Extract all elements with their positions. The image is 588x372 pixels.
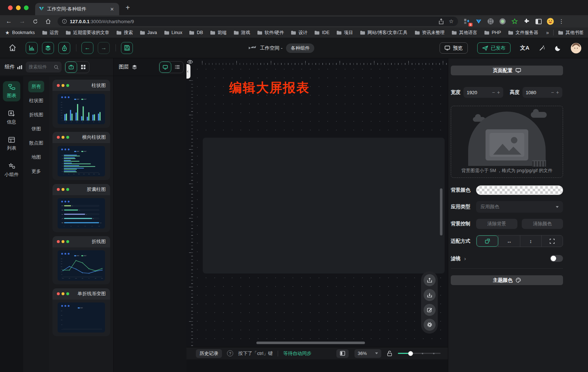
language-icon[interactable]: 文A xyxy=(520,45,529,51)
zoom-slider[interactable] xyxy=(398,353,441,354)
width-minus-button[interactable]: − xyxy=(492,89,495,95)
design-canvas[interactable]: 编辑大屏报表 xyxy=(193,65,448,347)
app-type-select[interactable]: 应用颜色 xyxy=(476,201,563,213)
bookmark-folder[interactable]: IDE xyxy=(314,30,329,35)
chevron-right-icon[interactable]: › xyxy=(464,255,466,262)
magic-wand-icon[interactable] xyxy=(539,45,545,51)
category-所有[interactable]: 所有 xyxy=(28,81,44,92)
filter-toggle[interactable] xyxy=(550,255,563,262)
back-icon[interactable]: ← xyxy=(6,18,12,25)
lock-icon[interactable] xyxy=(387,351,392,356)
bookmark-folder[interactable]: Java xyxy=(140,30,157,35)
browser-tab[interactable]: 工作空间-各种组件 ✕ xyxy=(35,3,119,15)
sidebar-tab-信息[interactable]: 信息 xyxy=(3,108,20,128)
fit-full-button[interactable] xyxy=(541,235,563,247)
preview-button[interactable]: 预览 xyxy=(440,42,468,54)
component-card[interactable]: 折线图data1data2050100150200250300350MonTue… xyxy=(52,236,110,284)
component-card[interactable]: 单折线渐变图data1050100150200 xyxy=(52,288,110,337)
clear-color-button[interactable]: 清除颜色 xyxy=(522,219,563,229)
shortcut-extension-icon[interactable] xyxy=(487,18,494,25)
category-地图[interactable]: 地图 xyxy=(28,151,44,163)
user-avatar[interactable] xyxy=(571,43,581,54)
sidebar-tab-小组件[interactable]: 小组件 xyxy=(3,160,20,180)
canvas-bar-chart[interactable] xyxy=(209,142,283,183)
bookmark-folder[interactable]: 近期需要读的文章 xyxy=(66,30,109,36)
search-input[interactable]: 搜索组件 xyxy=(26,62,62,72)
collapse-layers-handle[interactable]: ‹ xyxy=(186,64,190,79)
bookmark-folder[interactable]: 项目 xyxy=(336,30,353,36)
component-card[interactable]: 柱状图data1data2050100150200250300350MonTue… xyxy=(52,80,110,128)
category-柱状图[interactable]: 柱状图 xyxy=(26,95,47,106)
bookmark-folder[interactable]: 软件/硬件 xyxy=(257,30,284,36)
height-plus-button[interactable]: + xyxy=(556,89,559,95)
bookmark-folder[interactable]: Linux xyxy=(164,30,182,35)
fit-scale-button[interactable] xyxy=(476,235,498,247)
save-button[interactable] xyxy=(121,42,133,54)
bookmark-folder[interactable]: DB xyxy=(189,30,203,35)
share-icon[interactable] xyxy=(438,18,444,24)
fit-height-button[interactable]: ↕ xyxy=(520,235,541,247)
width-plus-button[interactable]: + xyxy=(497,89,500,95)
bookmark-folder[interactable]: 资讯未整理 xyxy=(415,30,445,36)
horizontal-scrollbar[interactable] xyxy=(256,342,365,344)
charts-mode-button[interactable] xyxy=(26,42,38,54)
close-window-button[interactable] xyxy=(8,5,13,10)
dark-mode-moon-icon[interactable] xyxy=(555,45,561,51)
profile-avatar-icon[interactable] xyxy=(547,18,554,25)
bookmark-folder[interactable]: 前端 xyxy=(210,30,227,36)
minimize-window-button[interactable] xyxy=(16,5,21,10)
redo-button[interactable]: → xyxy=(98,42,110,54)
export-button[interactable] xyxy=(424,274,436,286)
forward-icon[interactable]: → xyxy=(19,18,25,25)
category-更多[interactable]: 更多 xyxy=(28,166,44,177)
bookmark-folder[interactable]: 其他语言 xyxy=(452,30,477,36)
edit-button[interactable] xyxy=(424,304,436,316)
category-饼图[interactable]: 饼图 xyxy=(28,123,44,135)
canvas-gradient-area-chart[interactable] xyxy=(358,183,421,217)
bookmark-folder[interactable]: 搜索 xyxy=(116,30,133,36)
history-button[interactable]: 历史记录 xyxy=(196,349,222,358)
dashboard-preview[interactable] xyxy=(203,138,445,273)
tab-manager-extension-icon[interactable]: 9 xyxy=(463,18,470,25)
zoom-slider-knob[interactable] xyxy=(408,351,413,356)
background-upload-dropzone[interactable]: 背景图需小于 5M ，格式为 png/jpg/gif 的文件 xyxy=(451,106,563,178)
undo-button[interactable]: ← xyxy=(81,42,93,54)
recorder-extension-icon[interactable] xyxy=(499,18,506,25)
new-tab-button[interactable]: + xyxy=(126,4,130,12)
zoom-window-button[interactable] xyxy=(24,5,29,10)
zoom-select[interactable]: 36% xyxy=(354,349,381,358)
list-view-button[interactable] xyxy=(171,62,183,73)
octotree-extension-icon[interactable] xyxy=(511,18,518,25)
category-折线图[interactable]: 折线图 xyxy=(26,109,47,121)
side-panel-icon[interactable] xyxy=(535,18,542,25)
sidebar-tab-图表[interactable]: 图表 xyxy=(3,81,20,101)
thumbnail-view-button[interactable] xyxy=(159,62,171,73)
reload-icon[interactable] xyxy=(33,19,38,24)
bookmark-folder[interactable]: 游戏 xyxy=(234,30,250,36)
bookmark-star-icon[interactable]: ☆ xyxy=(449,18,454,25)
bookmarks-overflow-icon[interactable]: » xyxy=(546,30,549,35)
canvas-ring-chart[interactable] xyxy=(362,228,420,270)
sidebar-tab-列表[interactable]: 列表 xyxy=(3,134,20,154)
canvas-double-area-chart[interactable] xyxy=(209,227,283,271)
canvas-donut-chart[interactable] xyxy=(288,218,360,272)
home-icon[interactable] xyxy=(45,18,51,24)
help-icon[interactable]: ? xyxy=(227,350,233,356)
canvas-capsule-chart[interactable] xyxy=(358,144,421,180)
layers-mode-button[interactable] xyxy=(42,42,54,54)
bookmark-folder[interactable]: 运营 xyxy=(42,30,59,36)
project-name-pill[interactable]: 各种组件 xyxy=(286,43,314,53)
component-card[interactable]: 横向柱状图data1data2SunSatFriThuWedTueMon0501… xyxy=(52,132,110,180)
bookmark-folder[interactable]: 设计 xyxy=(291,30,307,36)
address-bar[interactable]: 127.0.0.1:3000/#/chart/home/9 ☆ xyxy=(58,17,458,26)
height-input[interactable]: 1080 − + xyxy=(522,87,562,98)
vertical-scrollbar[interactable] xyxy=(440,188,442,235)
traffic-lights[interactable] xyxy=(8,5,29,10)
app-home-icon[interactable] xyxy=(9,44,16,51)
bg-color-swatch[interactable] xyxy=(476,185,563,195)
other-bookmarks[interactable]: 其他书签 xyxy=(558,30,584,36)
single-view-button[interactable] xyxy=(65,62,77,73)
browser-menu-icon[interactable]: ⋮ xyxy=(559,18,564,25)
history-panel-button[interactable] xyxy=(336,349,349,358)
big-screen-title-text[interactable]: 编辑大屏报表 xyxy=(229,79,310,96)
